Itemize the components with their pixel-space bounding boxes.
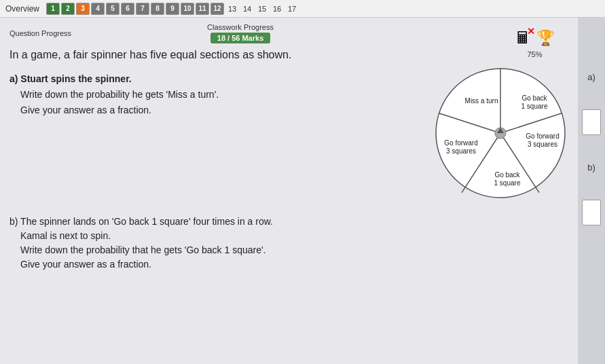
question-body: a) Stuart spins the spinner. Write down … <box>10 72 568 201</box>
answer-label-b: b) <box>587 162 595 172</box>
top-nav-bar: Overview 1 2 3 4 5 6 7 8 9 10 11 12 13 1… <box>0 0 605 18</box>
main-content: Question Progress Classwork Progress 18 … <box>0 18 605 364</box>
question-progress-label: Question Progress <box>10 29 71 37</box>
classwork-progress-label: Classwork Progress <box>207 23 274 31</box>
part-b-line1: b) The spinner lands on 'Go back 1 squar… <box>10 215 568 229</box>
svg-text:Go forward: Go forward <box>444 139 477 147</box>
svg-text:Go forward: Go forward <box>526 132 559 140</box>
part-a-line3: Give your answer as a fraction. <box>10 103 419 117</box>
svg-text:Go back: Go back <box>494 171 520 179</box>
nav-btn-5[interactable]: 5 <box>106 3 120 15</box>
part-b-section: b) The spinner lands on 'Go back 1 squar… <box>10 215 568 272</box>
overview-link[interactable]: Overview <box>5 4 39 14</box>
left-panel: Question Progress Classwork Progress 18 … <box>0 18 578 364</box>
nav-num-14[interactable]: 14 <box>240 3 254 15</box>
question-text: a) Stuart spins the spinner. Write down … <box>10 72 419 119</box>
svg-text:3 squares: 3 squares <box>528 141 557 148</box>
question-intro: In a game, a fair spinner has five equal… <box>10 49 568 61</box>
question-nav: 1 2 3 4 5 6 7 8 9 10 11 12 13 14 15 16 1… <box>46 3 299 15</box>
nav-btn-8[interactable]: 8 <box>151 3 164 15</box>
trophy-icon: 🏆 <box>536 29 555 47</box>
nav-btn-1[interactable]: 1 <box>46 3 60 15</box>
spinner-container: Miss a turn Go back 1 square Go forward … <box>433 65 568 201</box>
part-a-line1: a) Stuart spins the spinner. <box>10 72 419 86</box>
part-a-line2: Write down the probability he gets 'Miss… <box>10 88 419 102</box>
nav-btn-3[interactable]: 3 <box>76 3 90 15</box>
answer-box-a[interactable] <box>582 109 601 135</box>
nav-btn-9[interactable]: 9 <box>166 3 179 15</box>
top-right-icons: 🖩 ✕ 🏆 75% <box>515 29 555 58</box>
part-b-line4: Give your answer as a fraction. <box>10 257 568 272</box>
svg-text:Miss a turn: Miss a turn <box>465 97 498 105</box>
calculator-x-icon: ✕ <box>527 26 535 37</box>
answer-label-a: a) <box>587 72 595 82</box>
nav-num-16[interactable]: 16 <box>270 3 284 15</box>
part-b-line2: Kamal is next to spin. <box>10 229 568 243</box>
nav-btn-12[interactable]: 12 <box>210 3 224 15</box>
nav-btn-11[interactable]: 11 <box>196 3 209 15</box>
svg-text:1 square: 1 square <box>494 179 521 187</box>
nav-btn-10[interactable]: 10 <box>181 3 194 15</box>
nav-btn-2[interactable]: 2 <box>61 3 75 15</box>
nav-num-17[interactable]: 17 <box>285 3 299 15</box>
nav-num-13[interactable]: 13 <box>225 3 239 15</box>
nav-num-15[interactable]: 15 <box>255 3 269 15</box>
icon-row: 🖩 ✕ 🏆 <box>515 29 555 48</box>
nav-btn-6[interactable]: 6 <box>121 3 134 15</box>
svg-text:1 square: 1 square <box>521 103 548 110</box>
part-b-line3: Write down the probability that he gets … <box>10 243 568 257</box>
right-panel: a) b) <box>578 18 605 364</box>
calculator-wrapper[interactable]: 🖩 ✕ <box>515 29 531 48</box>
nav-btn-4[interactable]: 4 <box>91 3 105 15</box>
answer-box-b[interactable] <box>582 200 601 225</box>
spinner-svg: Miss a turn Go back 1 square Go forward … <box>433 65 568 201</box>
progress-bar: 18 / 56 Marks <box>210 33 271 43</box>
svg-text:Go back: Go back <box>521 94 547 102</box>
svg-text:3 squares: 3 squares <box>446 147 476 155</box>
nav-btn-7[interactable]: 7 <box>136 3 149 15</box>
percent-label: 75% <box>527 50 542 58</box>
classwork-progress: Classwork Progress 18 / 56 Marks <box>207 23 274 43</box>
